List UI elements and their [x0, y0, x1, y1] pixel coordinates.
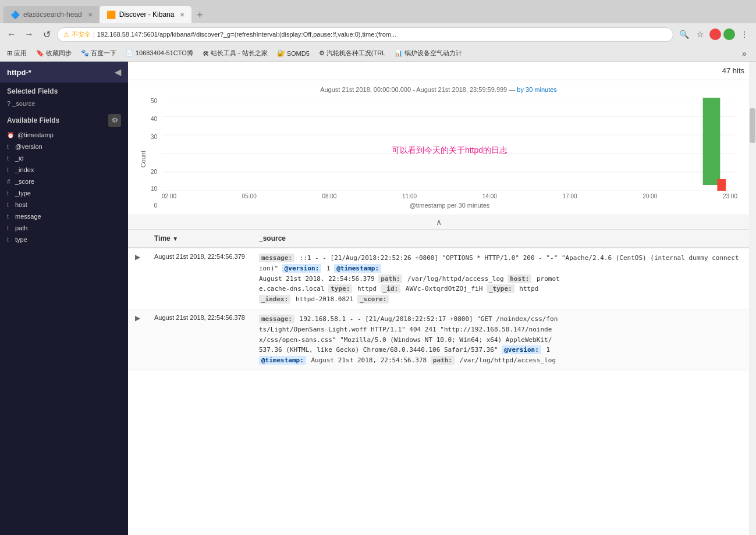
type2-type-icon: t: [7, 237, 12, 243]
svg-text:可以看到今天的关于httpd的日志: 可以看到今天的关于httpd的日志: [392, 145, 507, 155]
expand-cell-1[interactable]: ▶: [128, 248, 147, 309]
field-index[interactable]: t _index: [0, 164, 128, 176]
field-type2[interactable]: t type: [0, 234, 128, 245]
host-type-icon: t: [7, 202, 12, 208]
address-separator: |: [93, 31, 95, 38]
browser-chrome: 🔷 elasticsearch-head ✕ 🟧 Discover - Kiba…: [0, 0, 756, 62]
time-range-link[interactable]: by 30 minutes: [517, 86, 556, 93]
field-score[interactable]: # _score: [0, 176, 128, 187]
fields-settings-button[interactable]: ⚙: [108, 114, 121, 127]
tab1-close[interactable]: ✕: [88, 12, 93, 18]
expand-icon-1[interactable]: ▶: [135, 253, 140, 261]
address-text: 192.168.58.147:5601/app/kibana#/discover…: [97, 31, 396, 38]
bookmark-somd5[interactable]: 🔐 SOMD5: [275, 48, 312, 58]
field-host-name: host: [15, 201, 27, 208]
extension2-icon[interactable]: [723, 28, 735, 40]
field-message[interactable]: t message: [0, 211, 128, 222]
id-type-icon: t: [7, 155, 12, 162]
sync-icon: 🔖: [36, 49, 44, 57]
main-content: 47 hits August 21st 2018, 00:00:00.000 -…: [128, 62, 749, 535]
message-label-1: message:: [259, 254, 294, 262]
index-label-1: _index:: [259, 295, 290, 304]
turbine-icon: ⚙: [319, 49, 325, 57]
path-value-2: /var/log/httpd/access_log: [456, 356, 556, 364]
reload-button[interactable]: ↺: [40, 27, 54, 41]
sidebar-collapse-button[interactable]: ◀: [115, 67, 121, 77]
bookmark-star-icon[interactable]: ☆: [693, 27, 707, 41]
chevron-up-icon: ∧: [436, 217, 442, 227]
ats-label-2: @timestamp:: [259, 356, 306, 365]
address-bar[interactable]: ⚠ 不安全 | 192.168.58.147:5601/app/kibana#/…: [57, 27, 673, 42]
source-cell-2: message: 192.168.58.1 - - [21/Aug/2018:2…: [252, 309, 749, 370]
field-timestamp[interactable]: ⏰ @timestamp: [0, 129, 128, 141]
path-label-1: path:: [378, 274, 402, 283]
available-fields-label: Available Fields: [7, 116, 59, 124]
bookmark-51cto[interactable]: 📄 10683404-51CTO博: [123, 48, 196, 59]
chart-plot-area: 可以看到今天的关于httpd的日志 02:00 05:00 08:00 11:0…: [162, 98, 737, 209]
field-path[interactable]: t path: [0, 222, 128, 234]
field-id[interactable]: t _id: [0, 152, 128, 164]
top-toolbar: 47 hits: [128, 62, 749, 80]
expand-cell-2[interactable]: ▶: [128, 309, 147, 370]
field-path-name: path: [15, 224, 27, 231]
svg-rect-7: [717, 179, 726, 191]
dtype-label-1: _type:: [487, 284, 514, 293]
chart-area: August 21st 2018, 00:00:00.000 - August …: [128, 80, 749, 215]
timestamp-cell-1: August 21st 2018, 22:54:56.379: [147, 248, 252, 309]
bookmark-turbine[interactable]: ⚙ 汽轮机各种工况(TRL: [317, 48, 388, 59]
x-axis-labels: 02:00 05:00 08:00 11:00 14:00 17:00 20:0…: [162, 193, 737, 199]
field-host[interactable]: t host: [0, 199, 128, 211]
version-label-1: @version:: [282, 264, 322, 273]
security-icon: ⚠: [63, 31, 69, 38]
address-bar-row: ← → ↺ ⚠ 不安全 | 192.168.58.147:5601/app/ki…: [0, 23, 756, 45]
y-axis: 50 40 30 Count 20 10 0: [140, 98, 157, 209]
back-button[interactable]: ←: [5, 27, 19, 41]
bookmark-baidu[interactable]: 🐾 百度一下: [79, 48, 119, 59]
message-value-2c: x/css/open-sans.css" "Mozilla/5.0 (Windo…: [259, 336, 552, 344]
tab-elasticsearch-head[interactable]: 🔷 elasticsearch-head ✕: [3, 6, 100, 23]
expand-icon-2[interactable]: ▶: [135, 314, 140, 322]
ats-value-2: August 21st 2018, 22:54:56.378: [307, 356, 431, 364]
search-icon[interactable]: 🔍: [677, 27, 691, 41]
forward-button[interactable]: →: [22, 27, 36, 41]
type-label-1: type:: [328, 284, 352, 293]
extension1-icon[interactable]: [709, 28, 721, 40]
scrollbar[interactable]: [749, 62, 756, 535]
chart-collapse-button[interactable]: ∧: [128, 215, 749, 230]
data-table: Time ▼ _source ▶ August 2: [128, 230, 749, 370]
dtype-value-1: httpd: [516, 285, 539, 293]
more-bookmarks-icon[interactable]: »: [737, 47, 751, 60]
bookmark-boiler[interactable]: 📊 锅炉设备空气动力计: [392, 48, 464, 59]
menu-icon[interactable]: ⋮: [737, 27, 751, 41]
new-tab-button[interactable]: +: [191, 7, 208, 23]
score-label-1: _score:: [357, 295, 389, 304]
host-value-1: promot: [533, 275, 559, 283]
type-type-icon: t: [7, 190, 12, 197]
bookmark-webmaster[interactable]: 🛠 站长工具 - 站长之家: [200, 48, 270, 59]
field-type[interactable]: t _type: [0, 187, 128, 199]
tab2-close[interactable]: ✕: [180, 12, 184, 18]
chart-svg: 可以看到今天的关于httpd的日志: [162, 98, 737, 191]
available-fields-header: Available Fields ⚙: [0, 109, 128, 129]
index-value-1: httpd-2018.0821: [292, 295, 357, 303]
field-version[interactable]: t @version: [0, 141, 128, 152]
y-label: 20: [140, 169, 157, 175]
tab-kibana-discover[interactable]: 🟧 Discover - Kibana ✕: [100, 6, 192, 23]
field-message-name: message: [15, 213, 41, 220]
bookmark-apps[interactable]: ⊞ 应用: [5, 48, 29, 59]
hits-count: 47 hits: [722, 66, 744, 75]
chart-time-range: August 21st 2018, 00:00:00.000 - August …: [140, 86, 737, 93]
bookmark-51cto-label: 10683404-51CTO博: [136, 49, 193, 58]
message-value-2d: 537.36 (KHTML, like Gecko) Chrome/68.0.3…: [259, 346, 502, 354]
x-axis-label: @timestamp per 30 minutes: [162, 202, 737, 209]
chart-container: 50 40 30 Count 20 10 0: [140, 98, 737, 209]
app-container: httpd-* ◀ Selected Fields ? _source Avai…: [0, 62, 756, 535]
bookmark-sync[interactable]: 🔖 收藏同步: [34, 48, 74, 59]
x-label-1700: 17:00: [563, 193, 577, 199]
bookmarks-bar: ⊞ 应用 🔖 收藏同步 🐾 百度一下 📄 10683404-51CTO博 🛠 站…: [0, 45, 756, 62]
time-col-header[interactable]: Time ▼: [147, 230, 252, 248]
time-range-text: August 21st 2018, 00:00:00.000 - August …: [320, 86, 507, 93]
x-label-2300: 23:00: [723, 193, 737, 199]
x-label-0800: 08:00: [322, 193, 336, 199]
tab2-label: Discover - Kibana: [119, 10, 175, 19]
